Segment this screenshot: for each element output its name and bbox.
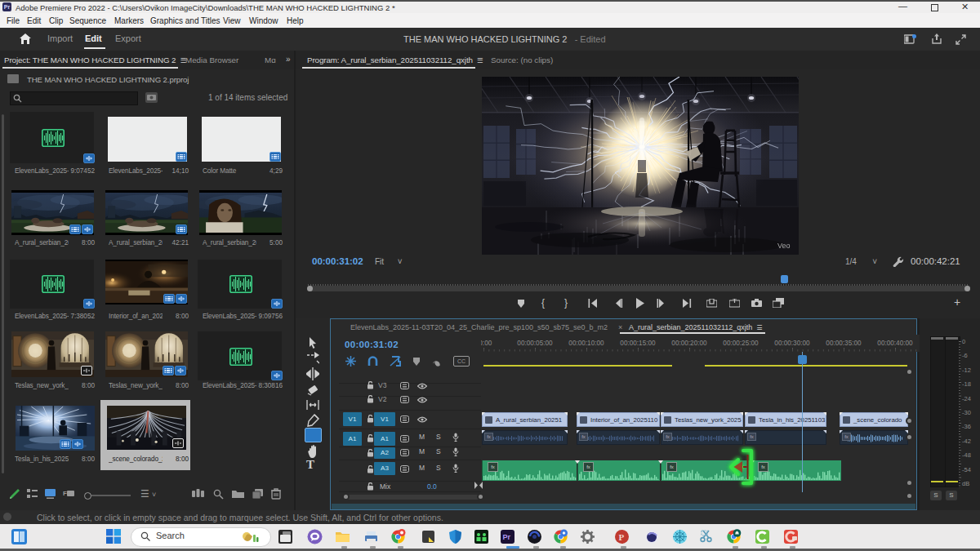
svg-text:00:00:20:00: 00:00:20:00 [671, 340, 707, 347]
svg-text:00:00:35:00: 00:00:35:00 [826, 340, 862, 347]
svg-text:00:00:10:00: 00:00:10:00 [568, 340, 604, 347]
svg-text:Veo: Veo [777, 242, 791, 250]
svg-text:00:00:40:00: 00:00:40:00 [877, 340, 913, 347]
svg-text:F: F [63, 490, 67, 497]
svg-text:00:00:15:00: 00:00:15:00 [620, 340, 656, 347]
svg-text:Pr: Pr [503, 533, 511, 541]
svg-text:00:00:30:00: 00:00:30:00 [774, 340, 810, 347]
svg-text:P: P [619, 532, 625, 542]
svg-text:00:00: 00:00 [481, 340, 492, 347]
svg-text:00:00:25:00: 00:00:25:00 [723, 340, 759, 347]
svg-text:00:00:05:00: 00:00:05:00 [517, 340, 553, 347]
